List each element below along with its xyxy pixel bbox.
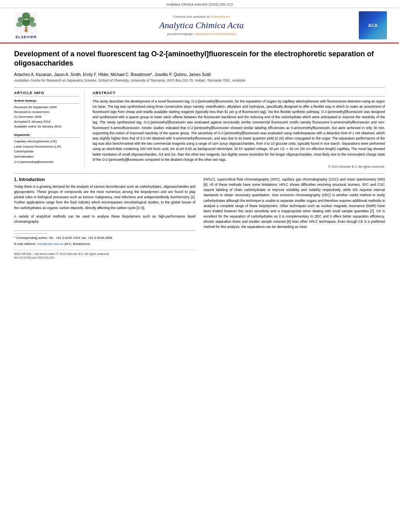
authors: Artaches A. Kazarian, Jason A. Smith, Em… — [14, 72, 385, 77]
abstract-column: ABSTRACT This study describes the develo… — [93, 91, 385, 168]
sciencedirect-line: Contents lists available at ScienceDirec… — [44, 15, 359, 18]
svg-point-8 — [25, 27, 27, 30]
article-history-label: Article history: — [14, 99, 79, 104]
keyword-3: Carbohydrate — [14, 149, 79, 154]
journal-header: ELSEVIER Contents lists available at Sci… — [0, 8, 399, 43]
keyword-1: Capillary electrophoresis (CE) — [14, 139, 79, 144]
body-left-col: 1. Introduction Today there is a growing… — [14, 177, 195, 259]
bottom-doi: doi:10.1016/j.aca.2010.01.011 — [14, 256, 195, 259]
svg-point-6 — [30, 22, 36, 27]
journal-center: Contents lists available at ScienceDirec… — [44, 15, 359, 36]
elsevier-label: ELSEVIER — [16, 35, 37, 39]
history-revised-label: Received in revised form — [14, 110, 79, 115]
keywords-label: Keywords: — [14, 133, 79, 138]
history-received: Received 30 September 2009 — [14, 105, 79, 110]
bottom-license: 0003-2670/$ – see front matter © 2010 El… — [14, 252, 195, 256]
homepage-line: journal homepage: www.elsevier.com/locat… — [44, 32, 359, 36]
article-info-column: ARTICLE INFO Article history: Received 3… — [14, 91, 84, 168]
journal-title-display: Analytica Chimica Acta — [44, 20, 359, 31]
history-revised-date: 21 December 2009 — [14, 115, 79, 119]
keywords-section: Keywords: Capillary electrophoresis (CE)… — [14, 133, 79, 165]
keyword-5: O-2-[aminoethyl]fluorescein — [14, 160, 79, 165]
article-title: Development of a novel fluorescent tag O… — [14, 49, 385, 68]
authors-text: Artaches A. Kazarian, Jason A. Smith, Em… — [14, 72, 211, 77]
homepage-link[interactable]: www.elsevier.com/locate/aca — [195, 32, 236, 36]
elsevier-logo: ELSEVIER — [8, 12, 44, 39]
intro-section-title: 1. Introduction — [14, 177, 195, 182]
body-two-col: 1. Introduction Today there is a growing… — [14, 177, 385, 259]
abstract-text: This study describes the development of … — [93, 99, 385, 162]
abstract-heading: ABSTRACT — [93, 91, 385, 97]
bottom-bar: 0003-2670/$ – see front matter © 2010 El… — [14, 250, 195, 259]
right-col-intro-text: (HPLC), supercritical fluid chromatograp… — [204, 177, 385, 230]
keyword-2: Laser induced fluorescence (LIF) — [14, 144, 79, 150]
footnotes: * Corresponding author. Tel.: +61 3 6226… — [14, 230, 195, 246]
article-info-heading: ARTICLE INFO — [14, 91, 79, 97]
body-content: 1. Introduction Today there is a growing… — [14, 173, 385, 259]
body-right-col: (HPLC), supercritical fluid chromatograp… — [204, 177, 385, 259]
separator-1 — [14, 87, 385, 88]
keyword-4: Derivatisation — [14, 154, 79, 160]
history-accepted: Accepted 6 January 2010 — [14, 119, 79, 124]
svg-point-4 — [16, 22, 23, 27]
affiliation: Australian Centre for Research on Separa… — [14, 78, 385, 82]
email-link[interactable]: mcb@utas.edu.au — [37, 242, 64, 246]
journal-citation: Analytica Chimica Acta 662 (2010) 206–21… — [166, 2, 232, 6]
footnote-divider — [14, 233, 46, 234]
history-online: Available online 18 January 2010 — [14, 124, 79, 129]
svg-point-5 — [22, 20, 30, 26]
page-container: Analytica Chimica Acta 662 (2010) 206–21… — [0, 0, 399, 532]
email-line: E-mail address: mcb@utas.edu.au (M.C. Br… — [14, 242, 195, 246]
top-bar: Analytica Chimica Acta 662 (2010) 206–21… — [0, 0, 399, 8]
copyright-line: © 2010 Elsevier B.V. All rights reserved… — [93, 165, 385, 168]
intro-para-1: Today there is a growing demand for the … — [14, 184, 195, 211]
elsevier-tree-icon — [15, 12, 37, 34]
intro-para-2: A variety of analytical methods can be u… — [14, 214, 195, 224]
article-info-abstract: ARTICLE INFO Article history: Received 3… — [14, 91, 385, 168]
corresponding-author: * Corresponding author. Tel.: +61 3 6226… — [14, 236, 195, 240]
sciencedirect-link[interactable]: ScienceDirect — [210, 15, 230, 18]
journal-logo-right — [359, 11, 387, 39]
main-content: Development of a novel fluorescent tag O… — [0, 43, 399, 265]
